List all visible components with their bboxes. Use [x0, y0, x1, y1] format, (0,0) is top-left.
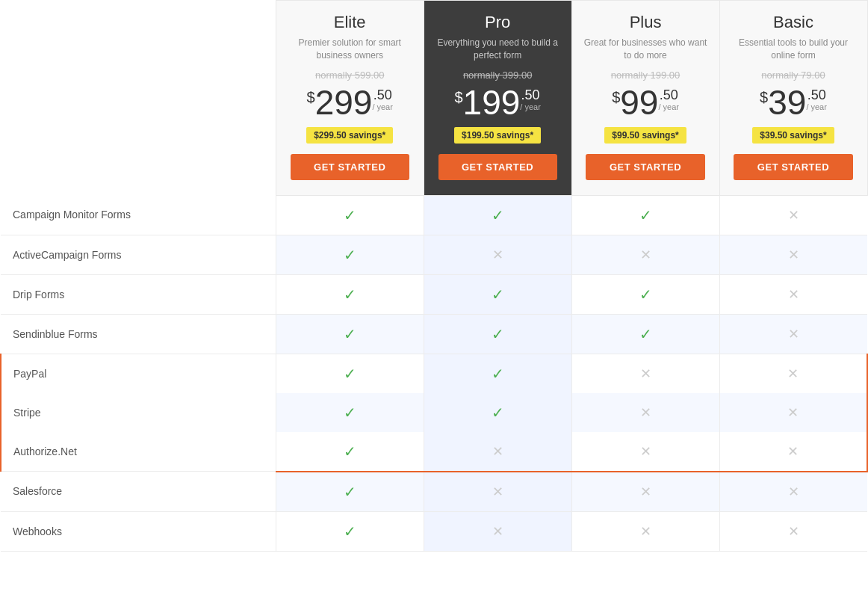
- feature-cell-3-pro: ✓: [424, 314, 571, 354]
- plan-header-elite: Elite Premier solution for smart busines…: [276, 1, 424, 196]
- plan-cents-year-elite: .50 / year: [372, 88, 393, 111]
- feature-cell-8-elite: ✓: [276, 511, 424, 551]
- get-started-button-plus[interactable]: GET STARTED: [586, 154, 704, 180]
- feature-cell-4-elite: ✓: [276, 354, 424, 393]
- plan-cents-year-basic: .50 / year: [806, 88, 827, 111]
- feature-cell-2-basic: ✕: [719, 274, 867, 314]
- plan-name-elite: Elite: [284, 13, 416, 32]
- plan-name-basic: Basic: [728, 13, 860, 32]
- table-row: Authorize.Net✓✕✕✕: [1, 432, 867, 472]
- plan-cents-basic: .50: [806, 88, 827, 102]
- cross-icon: ✕: [788, 484, 799, 499]
- feature-label-8: Webhooks: [1, 511, 276, 551]
- plan-amount-basic: 39: [768, 85, 806, 120]
- feature-cell-5-elite: ✓: [276, 393, 424, 432]
- plan-normal-price-basic: normally 79.00: [728, 70, 860, 81]
- feature-cell-1-pro: ✕: [424, 235, 571, 274]
- plan-tagline-pro: Everything you need to build a perfect f…: [432, 37, 564, 62]
- table-row: Stripe✓✓✕✕: [1, 393, 867, 432]
- plan-cents-year-plus: .50 / year: [658, 88, 679, 111]
- plan-cta-basic[interactable]: GET STARTED: [728, 144, 860, 180]
- plan-cents-year-pro: .50 / year: [520, 88, 541, 111]
- cross-icon: ✕: [787, 405, 799, 420]
- feature-label-7: Salesforce: [1, 472, 276, 512]
- cross-icon: ✕: [640, 405, 651, 420]
- check-icon: ✓: [344, 326, 356, 342]
- cross-icon: ✕: [640, 444, 651, 459]
- cross-icon: ✕: [640, 247, 651, 262]
- feature-cell-4-plus: ✕: [571, 354, 719, 393]
- plan-year-pro: / year: [520, 103, 541, 111]
- feature-cell-5-plus: ✕: [571, 393, 719, 432]
- plan-amount-elite: 299: [315, 85, 373, 120]
- plan-dollar-plus: $: [612, 90, 620, 105]
- check-icon: ✓: [344, 207, 356, 223]
- feature-cell-2-elite: ✓: [276, 274, 424, 314]
- cross-icon: ✕: [640, 366, 651, 381]
- plan-tagline-plus: Great for businesses who want to do more: [580, 37, 712, 62]
- plan-name-plus: Plus: [580, 13, 712, 32]
- plan-dollar-pro: $: [454, 90, 462, 105]
- table-row: ActiveCampaign Forms✓✕✕✕: [1, 235, 867, 274]
- feature-cell-4-basic: ✕: [719, 354, 867, 393]
- check-icon: ✓: [344, 247, 356, 263]
- table-row: Drip Forms✓✓✓✕: [1, 274, 867, 314]
- check-icon: ✓: [344, 484, 356, 500]
- check-icon: ✓: [492, 404, 504, 421]
- plan-cents-elite: .50: [372, 88, 393, 102]
- feature-cell-1-elite: ✓: [276, 235, 424, 274]
- feature-cell-2-plus: ✓: [571, 274, 719, 314]
- cross-icon: ✕: [492, 484, 503, 499]
- plan-dollar-basic: $: [760, 90, 768, 105]
- feature-cell-2-pro: ✓: [424, 274, 571, 314]
- cross-icon: ✕: [788, 524, 799, 539]
- check-icon: ✓: [344, 286, 356, 303]
- check-icon: ✓: [344, 443, 356, 460]
- feature-label-2: Drip Forms: [1, 274, 276, 314]
- plan-normal-price-plus: normally 199.00: [580, 70, 712, 81]
- plan-savings-basic: $39.50 savings*: [728, 120, 860, 144]
- feature-label-5: Stripe: [1, 393, 276, 432]
- get-started-button-elite[interactable]: GET STARTED: [291, 154, 409, 180]
- savings-badge-pro: $199.50 savings*: [454, 127, 541, 144]
- plan-year-elite: / year: [372, 103, 393, 111]
- feature-cell-1-basic: ✕: [719, 235, 867, 274]
- get-started-button-basic[interactable]: GET STARTED: [734, 154, 852, 180]
- pricing-table: Elite Premier solution for smart busines…: [0, 0, 868, 552]
- feature-cell-7-basic: ✕: [719, 472, 867, 512]
- check-icon: ✓: [492, 207, 504, 223]
- feature-label-0: Campaign Monitor Forms: [1, 195, 276, 235]
- cross-icon: ✕: [788, 208, 799, 223]
- cross-icon: ✕: [788, 247, 799, 262]
- plan-cta-elite[interactable]: GET STARTED: [284, 144, 416, 180]
- plan-header-basic: Basic Essential tools to build your onli…: [719, 1, 867, 196]
- feature-label-1: ActiveCampaign Forms: [1, 235, 276, 274]
- plan-amount-pro: 199: [463, 85, 521, 120]
- check-icon: ✓: [344, 404, 356, 421]
- plan-header-row: Elite Premier solution for smart busines…: [1, 1, 867, 196]
- plan-cta-plus[interactable]: GET STARTED: [580, 144, 712, 180]
- table-row: Webhooks✓✕✕✕: [1, 511, 867, 551]
- feature-cell-0-pro: ✓: [424, 195, 571, 235]
- plan-price-elite: $ 299 .50 / year: [284, 85, 416, 120]
- table-row: Sendinblue Forms✓✓✓✕: [1, 314, 867, 354]
- plan-cta-pro[interactable]: GET STARTED: [432, 144, 564, 180]
- plan-dollar-elite: $: [307, 90, 315, 105]
- check-icon: ✓: [492, 286, 504, 303]
- plan-amount-plus: 99: [620, 85, 658, 120]
- feature-cell-8-plus: ✕: [571, 511, 719, 551]
- feature-cell-3-plus: ✓: [571, 314, 719, 354]
- cross-icon: ✕: [492, 247, 503, 262]
- plan-normal-price-pro: normally 399.00: [432, 70, 564, 81]
- check-icon: ✓: [344, 523, 356, 540]
- plan-name-pro: Pro: [432, 13, 564, 32]
- cross-icon: ✕: [492, 524, 503, 539]
- table-row: Salesforce✓✕✕✕: [1, 472, 867, 512]
- feature-cell-7-pro: ✕: [424, 472, 571, 512]
- feature-label-6: Authorize.Net: [1, 432, 276, 472]
- plan-normal-price-elite: normally 599.00: [284, 70, 416, 81]
- cross-icon: ✕: [492, 444, 503, 459]
- get-started-button-pro[interactable]: GET STARTED: [438, 154, 557, 180]
- plan-tagline-elite: Premier solution for smart business owne…: [284, 37, 416, 62]
- feature-cell-0-plus: ✓: [571, 195, 719, 235]
